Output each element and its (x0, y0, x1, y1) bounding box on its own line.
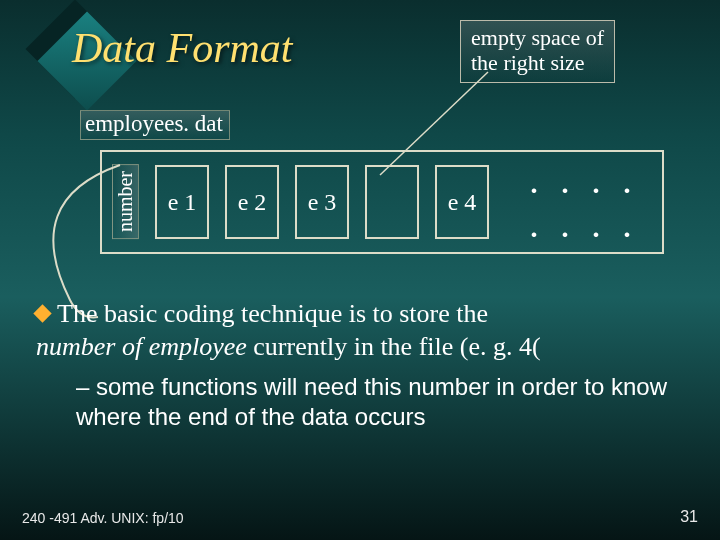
dots-ellipsis: . . . . . . . . (505, 158, 652, 246)
cell-empty (365, 165, 419, 239)
bullet-main: The basic coding technique is to store t… (36, 298, 710, 363)
callout-line1: empty space of (471, 25, 604, 50)
bullet-mid2: currently in the file (e. g. 4( (247, 332, 541, 361)
bullet-italic: number of employee (36, 332, 247, 361)
cell-e1: e 1 (155, 165, 209, 239)
bullet-lead: The (57, 299, 104, 328)
cell-e2: e 2 (225, 165, 279, 239)
file-layout-box: number e 1 e 2 e 3 e 4 . . . . . . . . (100, 150, 664, 254)
footer-page-number: 31 (680, 508, 698, 526)
slide-title: Data Format (72, 24, 293, 72)
sub-bullet: – some functions will need this number i… (76, 372, 680, 432)
number-label: number (112, 164, 139, 239)
footer-left: 240 -491 Adv. UNIX: fp/10 (22, 510, 184, 526)
callout-empty-space: empty space of the right size (460, 20, 615, 83)
slide: Data Format empty space of the right siz… (0, 0, 720, 540)
cell-e3: e 3 (295, 165, 349, 239)
callout-line2: the right size (471, 50, 604, 75)
bullet-diamond-icon (33, 304, 51, 322)
bullet-mid1: basic coding technique is to store the (104, 299, 488, 328)
filename-label: employees. dat (80, 110, 230, 140)
cell-e4: e 4 (435, 165, 489, 239)
